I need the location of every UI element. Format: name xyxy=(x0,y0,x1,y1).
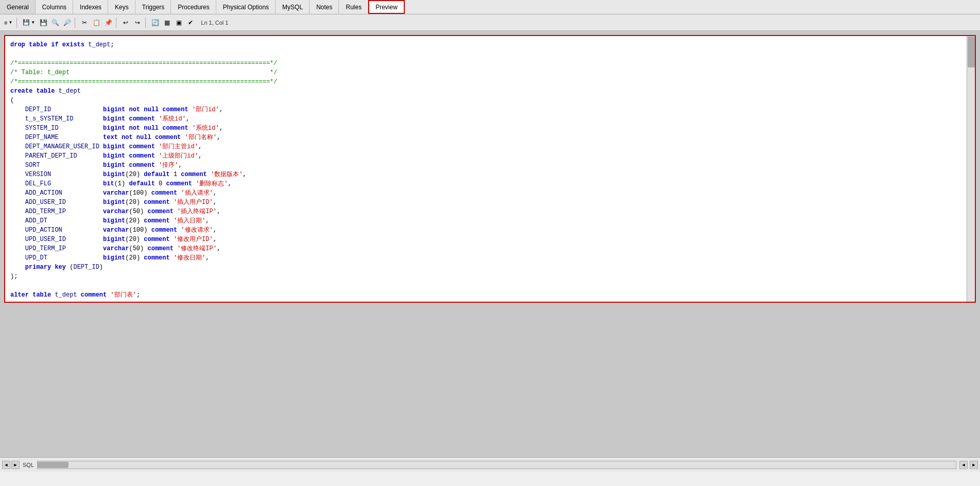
toolbar-copy-btn[interactable]: 📋 xyxy=(91,17,102,28)
toolbar-sep-1 xyxy=(16,18,19,28)
toolbar-undo-btn[interactable]: ↩ xyxy=(120,17,131,28)
status-nav: ◄ ► xyxy=(2,461,20,469)
main-container: drop table if exists t_dept; /*=========… xyxy=(0,31,980,472)
toolbar-dropdown-2[interactable]: 💾 ▼ xyxy=(21,18,37,27)
cursor-position: Ln 1, Col 1 xyxy=(201,20,228,26)
hscroll-thumb[interactable] xyxy=(38,462,68,468)
toolbar-check-btn[interactable]: ✔ xyxy=(185,17,196,28)
tab-keys[interactable]: Keys xyxy=(108,0,135,14)
horizontal-scrollbar[interactable] xyxy=(37,461,956,469)
tab-triggers[interactable]: Triggers xyxy=(135,0,171,14)
toolbar-paste-btn[interactable]: 📌 xyxy=(102,17,114,28)
toolbar-dropdown-1[interactable]: ≡ ▼ xyxy=(2,19,14,27)
nav-prev-btn[interactable]: ◄ xyxy=(2,461,10,469)
nav-next-btn[interactable]: ► xyxy=(11,461,20,469)
tab-rules[interactable]: Rules xyxy=(339,0,368,14)
toolbar-refresh-btn[interactable]: 🔄 xyxy=(149,17,161,28)
toolbar-sep-2 xyxy=(75,18,77,28)
sql-label: SQL xyxy=(23,462,34,468)
tab-columns[interactable]: Columns xyxy=(36,0,73,14)
tab-general[interactable]: General xyxy=(0,0,36,14)
tab-indexes[interactable]: Indexes xyxy=(73,0,108,14)
toolbar-find-btn[interactable]: 🔍 xyxy=(49,17,61,28)
tab-mysql[interactable]: MySQL xyxy=(276,0,310,14)
status-right-prev-btn[interactable]: ◄ xyxy=(959,461,968,469)
tab-procedures[interactable]: Procedures xyxy=(171,0,216,14)
toolbar-view2-btn[interactable]: ▣ xyxy=(173,17,184,28)
code-container[interactable]: drop table if exists t_dept; /*=========… xyxy=(4,35,976,303)
vertical-scrollbar[interactable] xyxy=(967,36,975,302)
vscroll-thumb[interactable] xyxy=(968,37,975,67)
code-editor[interactable]: drop table if exists t_dept; /*=========… xyxy=(5,36,975,303)
toolbar-save-btn[interactable]: 💾 xyxy=(38,17,49,28)
bottom-area xyxy=(0,307,980,472)
status-bar: ◄ ► SQL ◄ ► xyxy=(0,457,980,472)
toolbar-sep-4 xyxy=(145,18,147,28)
toolbar-find2-btn[interactable]: 🔎 xyxy=(61,17,73,28)
tab-preview[interactable]: Preview xyxy=(368,0,405,14)
status-right: ◄ ► xyxy=(959,461,978,469)
toolbar: ≡ ▼ 💾 ▼ 💾 🔍 🔎 ✂ 📋 📌 ↩ ↪ 🔄 ▦ ▣ ✔ Ln 1, Co… xyxy=(0,14,980,31)
toolbar-redo-btn[interactable]: ↪ xyxy=(132,17,143,28)
tab-bar: General Columns Indexes Keys Triggers Pr… xyxy=(0,0,980,14)
toolbar-sep-3 xyxy=(116,18,118,28)
toolbar-view1-btn[interactable]: ▦ xyxy=(161,17,173,28)
tab-notes[interactable]: Notes xyxy=(310,0,339,14)
status-right-next-btn[interactable]: ► xyxy=(970,461,978,469)
toolbar-cut-btn[interactable]: ✂ xyxy=(79,17,90,28)
tab-physical-options[interactable]: Physical Options xyxy=(216,0,276,14)
